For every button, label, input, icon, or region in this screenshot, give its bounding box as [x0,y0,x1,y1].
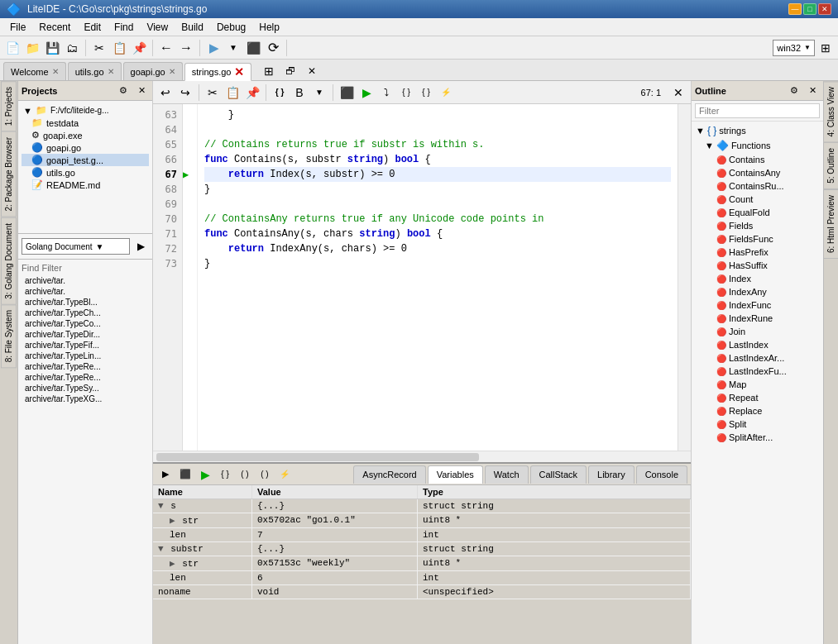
platform-button[interactable]: ⊞ [816,39,835,57]
tab-utils-close[interactable]: ✕ [108,67,114,76]
sidebar-label-outline[interactable]: 5: Outline [823,142,838,189]
outline-item[interactable]: 🔴 Index [693,272,821,285]
h-scrollbar-thumb[interactable] [156,453,479,461]
tab-strings[interactable]: strings.go ✕ [184,63,252,81]
h-scrollbar[interactable] [153,451,691,462]
tree-goapi-go[interactable]: 🔵 goapi.go [22,141,149,154]
outline-item[interactable]: 🔴 ContainsRu... [693,179,821,193]
debug-stop-button[interactable]: ▶ [357,83,376,102]
outline-item[interactable]: 🔴 Map [693,378,821,391]
tree-readme[interactable]: 📝 README.md [22,179,149,191]
debug-tab-library[interactable]: Library [588,465,634,484]
redo-button[interactable]: ↪ [176,83,194,102]
menu-help[interactable]: Help [252,20,286,35]
outline-item[interactable]: 🔴 SplitAfter... [693,431,821,444]
sidebar-label-htmlpreview[interactable]: 6: Html Preview [823,189,838,259]
list-item[interactable]: archive/tar.TypeCo... [22,318,149,329]
outline-item[interactable]: 🔴 Count [693,193,821,206]
outline-item[interactable]: 🔴 LastIndexFu... [693,365,821,378]
table-row[interactable]: len 6 int [153,571,691,585]
expand-icon2[interactable]: ▶ [170,516,175,526]
code-complete-button[interactable]: ▼ [310,83,328,102]
tree-goapi-test[interactable]: 🔵 goapi_test.g... [22,154,149,166]
list-item[interactable]: archive/tar.TypeXG... [22,394,149,404]
debug-toolbar-btn1[interactable]: ▶ [156,465,175,484]
outline-item[interactable]: 🔴 Contains [693,153,821,166]
debug-step-button[interactable]: { } [397,83,415,102]
stop-button[interactable]: ⬛ [244,39,262,57]
filter-input[interactable] [695,103,820,118]
new-file-button[interactable]: 📄 [3,39,22,57]
sidebar-label-projects[interactable]: 1: Projects [1,81,17,131]
table-row[interactable]: ▶ str 0x57153c "weekly" uint8 * [153,556,691,571]
platform-combo[interactable]: win32 ▼ [773,40,815,56]
list-item[interactable]: archive/tar. [22,286,149,297]
debug-toolbar-btn3[interactable]: ▶ [196,465,214,484]
tab-add-button[interactable]: ⊞ [260,62,278,80]
table-row[interactable]: ▼ substr {...} struct string [153,542,691,556]
outline-item[interactable]: 🔴 Replace [693,404,821,417]
outline-item[interactable]: 🔴 IndexRune [693,312,821,325]
expand-icon4[interactable]: ▶ [170,559,175,569]
tab-goapi[interactable]: goapi.go ✕ [123,62,183,80]
menu-edit[interactable]: Edit [77,20,108,35]
debug-out-button[interactable]: { } [417,83,435,102]
copy-button[interactable]: 📋 [110,39,128,57]
outline-item[interactable]: 🔴 LastIndexAr... [693,351,821,365]
step-button[interactable]: ⟳ [264,39,282,57]
outline-item[interactable]: 🔴 Fields [693,219,821,232]
maximize-button[interactable]: □ [803,3,816,15]
list-item[interactable]: archive/tar.TypeBl... [22,297,149,308]
debug-tab-asyncrecord[interactable]: AsyncRecord [353,465,425,484]
debug-run-button[interactable]: ⬛ [338,83,356,102]
debug-toolbar-btn2[interactable]: ⬛ [176,465,194,484]
format-button[interactable]: B [290,83,309,102]
outline-item[interactable]: 🔴 HasSuffix [693,259,821,272]
menu-view[interactable]: View [140,20,175,35]
outline-root[interactable]: ▼ { } strings [693,123,821,138]
menu-debug[interactable]: Debug [210,20,252,35]
project-close-button[interactable]: ✕ [134,83,149,98]
sidebar-label-filesystem[interactable]: 8: File System [1,304,17,368]
editor-scrollbar[interactable] [678,104,691,451]
list-item[interactable]: archive/tar.TypeSy... [22,383,149,394]
outline-item[interactable]: 🔴 EqualFold [693,206,821,219]
outline-functions[interactable]: ▼ 🔷 Functions [693,138,821,153]
outline-item[interactable]: 🔴 ContainsAny [693,166,821,179]
build-opts-button[interactable]: ▼ [224,39,242,57]
table-row[interactable]: ▼ s {...} struct string [153,499,691,513]
tree-utils[interactable]: 🔵 utils.go [22,166,149,179]
sidebar-label-golang[interactable]: 3: Golang Document [1,217,17,305]
tree-root[interactable]: ▼ 📁 F:/vfc/liteide-g... [22,104,149,117]
outline-item[interactable]: 🔴 LastIndex [693,338,821,351]
golang-doc-combo[interactable]: Golang Document ▼ [22,238,130,255]
outline-item[interactable]: 🔴 HasPrefix [693,246,821,259]
editor-close-button[interactable]: ✕ [669,83,687,102]
close-button[interactable]: ✕ [818,3,831,15]
list-item[interactable]: archive/tar.TypeRe... [22,372,149,383]
table-row[interactable]: noname void <unspecified> [153,585,691,599]
tree-testdata[interactable]: 📁 testdata [22,117,149,129]
code-editor[interactable]: } // Contains returns true if substr is … [198,104,678,451]
tab-close-button[interactable]: ✕ [303,62,321,80]
forward-button[interactable]: → [177,39,195,57]
debug-continue-button[interactable]: ⚡ [437,83,455,102]
debug-toolbar-btn6[interactable]: ( ) [256,465,274,484]
debug-toolbar-btn4[interactable]: { } [216,465,234,484]
outline-item[interactable]: 🔴 FieldsFunc [693,232,821,246]
outline-item[interactable]: 🔴 Join [693,325,821,338]
outline-item[interactable]: 🔴 Repeat [693,391,821,404]
list-item[interactable]: archive/tar.TypeFif... [22,340,149,351]
sidebar-label-classview[interactable]: 4: Class View [823,81,838,142]
paste-button[interactable]: 📌 [130,39,148,57]
list-item[interactable]: archive/tar.TypeCh... [22,308,149,318]
outline-settings-button[interactable]: ⚙ [787,83,802,98]
tab-float-button[interactable]: 🗗 [281,62,299,80]
golang-doc-go-button[interactable]: ▶ [133,237,149,255]
undo-button[interactable]: ↩ [156,83,175,102]
list-item[interactable]: archive/tar.TypeDir... [22,329,149,340]
expand-icon[interactable]: ▼ [158,501,164,511]
tab-welcome[interactable]: Welcome ✕ [3,62,66,80]
tab-goapi-close[interactable]: ✕ [169,67,175,76]
debug-toolbar-btn7[interactable]: ⚡ [275,465,294,484]
